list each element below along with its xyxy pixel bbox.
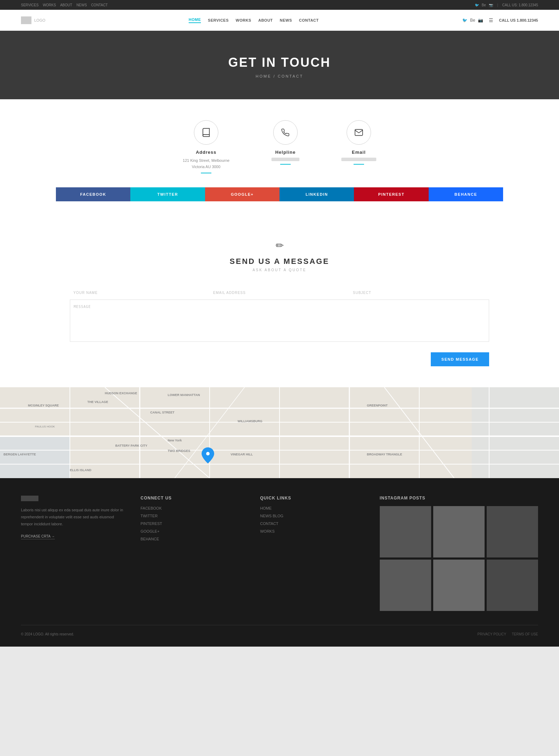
address-line1: 121 King Street, Melbourne	[183, 158, 230, 164]
footer-ql-contact[interactable]: CONTACT	[260, 521, 278, 526]
form-bottom: SEND MESSAGE	[70, 352, 489, 366]
footer-quicklinks-title: QUICK LINKS	[260, 496, 365, 501]
nav-home[interactable]: HOME	[189, 17, 201, 23]
instagram-thumb-2[interactable]	[433, 506, 485, 557]
behance-button[interactable]: BEHANCE	[429, 187, 503, 201]
email-underline	[354, 164, 364, 165]
footer-instagram-col: INSTAGRAM POSTS	[380, 496, 538, 611]
footer-terms-link[interactable]: TERMS OF USE	[512, 632, 538, 636]
nav-news[interactable]: NEWS	[280, 18, 292, 22]
topbar-works[interactable]: WORKS	[43, 3, 56, 7]
nav-social: 🐦 Be 📷	[462, 18, 484, 23]
topbar-news[interactable]: NEWS	[77, 3, 87, 7]
list-item: WORKS	[260, 529, 365, 533]
footer-link-pinterest[interactable]: PINTEREST	[140, 521, 162, 526]
nav-services[interactable]: SERVICES	[208, 18, 228, 22]
instagram-thumb-5[interactable]	[433, 560, 485, 611]
nav-twitter-icon[interactable]: 🐦	[462, 18, 467, 23]
address-line2: Victoria AU 3000	[183, 164, 230, 170]
topbar-services[interactable]: SERVICES	[21, 3, 38, 7]
svg-text:BATTERY PARK CITY: BATTERY PARK CITY	[115, 444, 147, 447]
message-textarea[interactable]	[70, 300, 489, 342]
footer-link-twitter[interactable]: TWITTER	[140, 514, 158, 518]
footer-ql-home[interactable]: HOME	[260, 506, 271, 510]
nav-instagram-icon[interactable]: 📷	[478, 18, 483, 23]
facebook-button[interactable]: FACEBOOK	[56, 187, 130, 201]
instagram-thumb-6[interactable]	[487, 560, 538, 611]
subject-input[interactable]	[349, 286, 489, 300]
footer-ql-newsblog[interactable]: NEWS BLOG	[260, 514, 283, 518]
nav-behance-icon[interactable]: Be	[470, 18, 475, 23]
footer-link-behance[interactable]: BEHANCE	[140, 537, 159, 541]
address-title: Address	[183, 150, 230, 155]
topbar-instagram-icon[interactable]: 📷	[489, 3, 493, 7]
contact-helpline: Helpline	[271, 120, 299, 173]
top-bar-nav: SERVICES WORKS ABOUT NEWS CONTACT	[21, 3, 108, 7]
topbar-contact[interactable]: CONTACT	[91, 3, 108, 7]
helpline-underline	[280, 164, 291, 165]
instagram-thumb-4[interactable]	[380, 560, 431, 611]
email-title: Email	[341, 150, 376, 155]
svg-text:MCGINLEY SQUARE: MCGINLEY SQUARE	[28, 404, 59, 407]
main-nav: LOGO HOME SERVICES WORKS ABOUT NEWS CONT…	[0, 10, 559, 31]
name-input[interactable]	[70, 286, 210, 300]
hamburger-icon[interactable]: ☰	[489, 17, 493, 23]
contact-email: Email	[341, 120, 376, 173]
instagram-thumb-1[interactable]	[380, 506, 431, 557]
nav-contact[interactable]: CONTACT	[299, 18, 319, 22]
top-bar-divider: |	[497, 3, 498, 7]
footer: Laboris nisi ust aliqup ex eda sequat du…	[0, 478, 559, 647]
contact-icons: Address 121 King Street, Melbourne Victo…	[0, 120, 559, 173]
contact-address: Address 121 King Street, Melbourne Victo…	[183, 120, 230, 173]
svg-rect-1	[0, 436, 70, 478]
topbar-behance-icon[interactable]: Be	[482, 3, 486, 7]
instagram-thumb-3[interactable]	[487, 506, 538, 557]
svg-point-34	[206, 452, 210, 455]
list-item: GOOGLE+	[140, 529, 246, 533]
footer-purchase-link[interactable]: PURCHASE CRTA →	[21, 534, 55, 539]
nav-works[interactable]: WORKS	[236, 18, 252, 22]
footer-link-facebook[interactable]: FACEBOOK	[140, 506, 162, 510]
google-button[interactable]: GOOGLE+	[205, 187, 280, 201]
email-icon	[347, 120, 371, 145]
message-title: SEND US A MESSAGE	[0, 257, 559, 266]
nav-about[interactable]: ABOUT	[258, 18, 273, 22]
list-item: NEWS BLOG	[260, 514, 365, 518]
send-button[interactable]: SEND MESSAGE	[431, 352, 489, 366]
list-item: FACEBOOK	[140, 506, 246, 510]
contact-info-section: Address 121 King Street, Melbourne Victo…	[0, 99, 559, 222]
footer-privacy-link[interactable]: PRIVACY POLICY	[478, 632, 506, 636]
footer-grid: Laboris nisi ust aliqup ex eda sequat du…	[21, 496, 538, 611]
email-value	[341, 158, 376, 161]
helpline-value	[271, 158, 299, 161]
logo-text: LOGO	[34, 18, 45, 22]
footer-bottom-links: PRIVACY POLICY TERMS OF USE	[478, 632, 538, 636]
message-subtitle: ASK ABOUT A QUOTE	[0, 268, 559, 272]
svg-text:BERGEN LAFAYETTE: BERGEN LAFAYETTE	[3, 453, 36, 456]
pencil-icon: ✏	[0, 240, 559, 251]
footer-link-google[interactable]: GOOGLE+	[140, 529, 159, 533]
form-row-2	[70, 300, 489, 342]
svg-text:HUDSON EXCHANGE: HUDSON EXCHANGE	[105, 391, 137, 395]
footer-about-col: Laboris nisi ust aliqup ex eda sequat du…	[21, 496, 126, 611]
pinterest-button[interactable]: PINTEREST	[354, 187, 428, 201]
list-item: CONTACT	[260, 521, 365, 526]
list-item: HOME	[260, 506, 365, 510]
footer-connect-title: CONNECT US	[140, 496, 246, 501]
email-input[interactable]	[210, 286, 349, 300]
linkedin-button[interactable]: LINKEDIN	[280, 187, 354, 201]
svg-text:BROADWAY TRIANGLE: BROADWAY TRIANGLE	[367, 453, 402, 456]
map-section: MCGINLEY SQUARE THE VILLAGE HUDSON EXCHA…	[0, 387, 559, 478]
footer-quicklinks-list: HOME NEWS BLOG CONTACT WORKS	[260, 506, 365, 533]
svg-text:ELLIS ISLAND: ELLIS ISLAND	[70, 468, 92, 472]
svg-text:PAULUS HOOK: PAULUS HOOK	[35, 425, 55, 428]
footer-ql-works[interactable]: WORKS	[260, 529, 275, 533]
topbar-about[interactable]: ABOUT	[60, 3, 72, 7]
hero-section: GET IN TOUCH HOME / CONTACT	[0, 31, 559, 99]
svg-text:THE VILLAGE: THE VILLAGE	[87, 400, 108, 404]
topbar-twitter-icon[interactable]: 🐦	[475, 3, 479, 7]
logo: LOGO	[21, 16, 45, 24]
twitter-button[interactable]: TWITTER	[130, 187, 205, 201]
footer-connect-col: CONNECT US FACEBOOK TWITTER PINTEREST GO…	[140, 496, 246, 611]
svg-text:GREENPOINT: GREENPOINT	[367, 404, 388, 407]
